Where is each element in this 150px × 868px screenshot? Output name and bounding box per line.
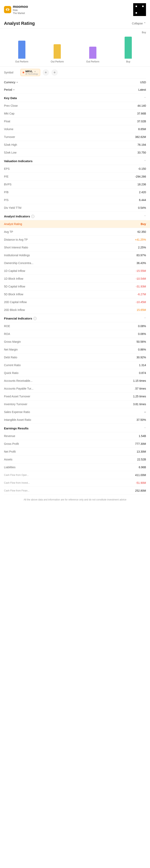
row-key: 52wk High xyxy=(4,143,17,146)
row-value: 18.236 xyxy=(138,183,146,186)
row-value: 2.25% xyxy=(138,246,146,249)
chart-container: Out Perform Out Perform Out Perform xyxy=(4,31,146,63)
row-value: 37.02B xyxy=(137,120,146,123)
row-key: Gross Profit xyxy=(4,442,19,445)
table-row: Net Margin0.86% xyxy=(4,346,146,353)
chart-label-4: Buy xyxy=(126,60,130,63)
symbol-section: Symbol MRVL ✕ ell Technology + + Currenc… xyxy=(0,66,150,93)
add-symbol-button-2[interactable]: + xyxy=(51,69,58,76)
close-icon[interactable]: ✕ xyxy=(34,70,36,73)
key-data-rows: Prev Close44.140Mkt Cap37.66BFloat37.02B… xyxy=(4,102,146,157)
valuation-chevron-icon[interactable]: ⌃ xyxy=(144,160,146,162)
symbol-sub: ell Technology xyxy=(26,73,38,75)
row-value: -15.55M xyxy=(136,269,146,273)
header-text: moomoo Ride The Market xyxy=(13,5,28,14)
bar-2 xyxy=(53,44,61,59)
row-key: Liabilities xyxy=(4,466,15,469)
financial-chevron-icon[interactable]: ⌃ xyxy=(144,317,146,320)
row-value: 8.65M xyxy=(138,127,146,131)
row-value: 2.420 xyxy=(139,191,146,194)
row-value: -6.27M xyxy=(137,293,146,296)
key-data-chevron-icon[interactable]: ⌃ xyxy=(144,97,146,99)
table-row: Accounts Payable Tur....57 times xyxy=(4,385,146,393)
row-key: Gross Margin xyxy=(4,340,21,343)
bar-4 xyxy=(124,37,132,59)
chart-col-4: Buy xyxy=(111,37,146,63)
key-data-section: Key Data ⌃ Prev Close44.140Mkt Cap37.66B… xyxy=(0,93,150,157)
row-key: Avg TP xyxy=(4,230,13,234)
table-row: Turnover382.62M xyxy=(4,133,146,141)
chart-col-1: Out Perform xyxy=(4,41,40,63)
add-symbol-button-1[interactable]: + xyxy=(43,69,49,76)
financial-info-icon[interactable]: i xyxy=(33,317,37,320)
row-value: -31.93M xyxy=(136,285,146,288)
row-value: 36.43% xyxy=(137,261,146,265)
row-value: 777.30M xyxy=(135,442,146,445)
row-value: 1.15 times xyxy=(133,379,146,382)
row-key: ROA xyxy=(4,332,10,336)
table-row: Mkt Cap37.66B xyxy=(4,110,146,118)
analyst-info-icon[interactable]: i xyxy=(31,215,34,218)
symbol-label: Symbol xyxy=(4,71,18,74)
row-value: 30.92% xyxy=(137,356,146,359)
row-key: Net Profit xyxy=(4,450,15,453)
currency-value: USD xyxy=(140,81,146,84)
row-value: 37.66B xyxy=(137,112,146,115)
app-logo xyxy=(4,6,11,13)
currency-label[interactable]: Currency ▼ xyxy=(4,81,18,84)
row-value: 0.08% xyxy=(138,324,146,328)
key-data-header: Key Data ⌃ xyxy=(4,93,146,102)
chart-label-1: Out Perform xyxy=(15,60,28,63)
chevron-up-icon: ⌃ xyxy=(144,22,146,25)
svg-point-0 xyxy=(6,9,7,10)
row-value: 50.56% xyxy=(137,340,146,343)
chart-label-2: Out Perform xyxy=(51,60,64,63)
table-row: Current Ratio1.314 xyxy=(4,361,146,369)
row-key: Analyst Rating xyxy=(4,222,22,226)
row-key: P/B xyxy=(4,191,9,194)
row-key: Institutional Holdings xyxy=(4,254,30,257)
tagline: Ride The Market xyxy=(13,9,28,14)
svg-point-1 xyxy=(8,9,9,10)
symbol-row: Symbol MRVL ✕ ell Technology + + xyxy=(4,66,146,79)
row-key: Sales Expense Ratio xyxy=(4,410,30,413)
earnings-header: Earnings Results ⌃ xyxy=(4,424,146,432)
row-key: Float xyxy=(4,120,10,123)
row-value: 0.86% xyxy=(138,348,146,351)
chart-label-3: Out Perform xyxy=(86,60,99,63)
row-key: P/S xyxy=(4,198,9,202)
row-key: Volume xyxy=(4,127,13,131)
footer-note: All the above data and information are f… xyxy=(0,495,150,506)
chart-area: Buy Out Perform Out Perform xyxy=(0,29,150,66)
table-row: Cash Flow from Oper...411.00M xyxy=(4,471,146,479)
row-value: 76.194 xyxy=(138,143,146,146)
row-key: Current Ratio xyxy=(4,364,21,367)
analyst-section: Analyst Indicators i ⌃ Analyst RatingBuy… xyxy=(0,212,150,314)
row-key: Net Margin xyxy=(4,348,17,351)
table-row: Volume8.65M xyxy=(4,125,146,133)
financial-title: Financial Indicators xyxy=(4,317,32,320)
ticker-text: MRVL xyxy=(26,70,33,73)
row-value: 44.140 xyxy=(138,104,146,107)
row-key: ROE xyxy=(4,324,10,328)
earnings-chevron-icon[interactable]: ⌃ xyxy=(144,427,146,430)
symbol-tag[interactable]: MRVL ✕ ell Technology xyxy=(21,69,40,76)
row-value: -51.90M xyxy=(136,481,146,485)
analyst-title-area: Analyst Indicators i xyxy=(4,215,34,218)
analyst-chevron-icon[interactable]: ⌃ xyxy=(144,215,146,218)
table-row: EPS-0.150 xyxy=(4,165,146,173)
chart-bar-wrap-2 xyxy=(53,44,61,59)
table-row: Net Profit13.30M xyxy=(4,448,146,456)
table-row: Inventory Turnover3.81 times xyxy=(4,400,146,408)
collapse-button[interactable]: Collapse ⌃ xyxy=(132,22,146,25)
row-key: Inventory Turnover xyxy=(4,403,27,406)
table-row: P/E-294.266 xyxy=(4,173,146,181)
row-value: 1.25 times xyxy=(133,395,146,398)
period-label[interactable]: Period ▼ xyxy=(4,88,15,91)
row-key: Accounts Payable Tur... xyxy=(4,387,33,390)
table-row: Div Yield TTM0.54% xyxy=(4,204,146,212)
row-value: 22.52B xyxy=(137,458,146,461)
chart-bar-wrap-4 xyxy=(124,37,132,59)
table-row: Sales Expense Ratio-- xyxy=(4,408,146,416)
row-value: 0.54% xyxy=(138,206,146,209)
